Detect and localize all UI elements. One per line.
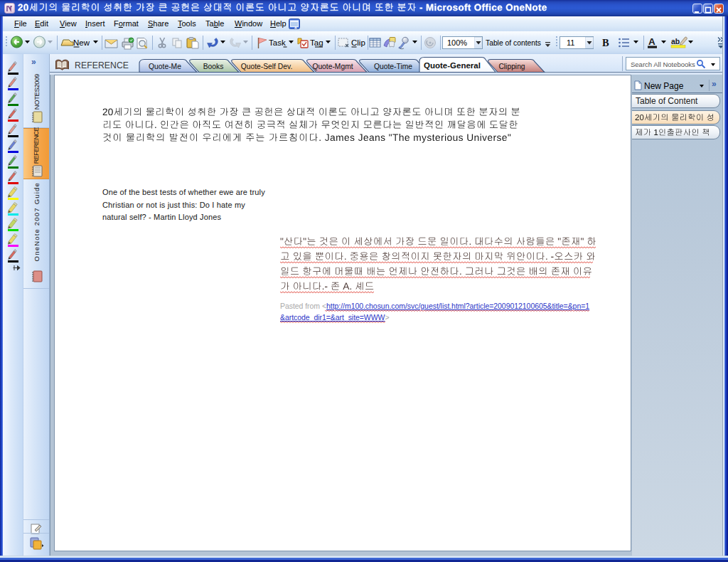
svg-text:B: B [602,37,609,48]
svg-text:Clip: Clip [351,38,365,47]
svg-text:Quote-Self Dev.: Quote-Self Dev. [241,63,293,70]
svg-text:Table of contents: Table of contents [486,39,541,47]
svg-text:Quote-Me: Quote-Me [149,63,181,70]
svg-text:100%: 100% [447,38,467,47]
svg-text:11: 11 [567,38,574,47]
svg-text:Books: Books [203,63,224,70]
svg-text:Tag: Tag [310,38,323,47]
svg-text:New: New [73,38,90,47]
svg-text:A: A [648,36,655,47]
svg-text:Quote-Mgmt: Quote-Mgmt [312,63,353,70]
svg-text:Quote-General: Quote-General [424,61,481,70]
svg-text:Task: Task [269,38,286,47]
svg-text:ab: ab [671,37,680,46]
svg-text:Quote-Time: Quote-Time [374,63,412,70]
svg-text:Clipping: Clipping [498,63,525,70]
